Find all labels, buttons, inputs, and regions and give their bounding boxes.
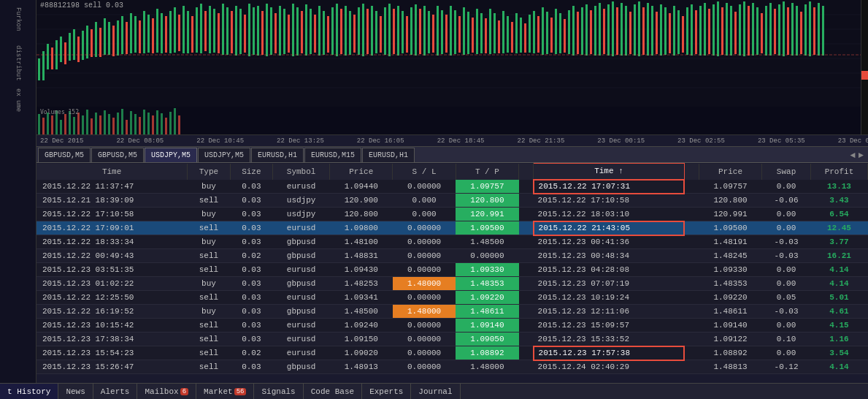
table-row[interactable]: 2015.12.23 17:38:34 sell 0.03 eurusd 1.0… <box>37 332 868 346</box>
svg-rect-136 <box>603 9 605 54</box>
svg-rect-167 <box>739 4 741 56</box>
cell-profit: 3.43 <box>810 194 867 208</box>
svg-rect-38 <box>174 7 176 53</box>
col-header-profit[interactable]: Profit <box>810 164 867 180</box>
svg-rect-182 <box>804 4 807 56</box>
col-header-size[interactable]: Size <box>230 164 272 180</box>
svg-rect-192 <box>51 115 53 134</box>
svg-rect-159 <box>704 3 706 56</box>
svg-rect-151 <box>669 13 671 53</box>
col-header-tp[interactable]: T / P <box>456 164 518 180</box>
col-header-symbol[interactable]: Symbol <box>273 164 330 180</box>
bottom-tab-news[interactable]: News <box>58 384 93 400</box>
trades-table: Time Type Size Symbol Price S / L T / P … <box>37 163 868 374</box>
cell-type: buy <box>188 235 230 249</box>
col-header-time1[interactable]: Time <box>37 164 188 180</box>
svg-rect-36 <box>165 16 167 53</box>
svg-rect-82 <box>366 9 369 54</box>
table-row[interactable]: 2015.12.23 15:54:23 sell 0.02 eurusd 1.0… <box>37 346 868 360</box>
svg-rect-67 <box>301 11 303 53</box>
bottom-tab-codebase[interactable]: Code Base <box>304 384 362 400</box>
svg-rect-127 <box>564 19 566 53</box>
cell-type: buy <box>188 208 230 221</box>
col-header-type[interactable]: Type <box>188 164 230 180</box>
tab-gbpusd-m5-2[interactable]: GBPUSD,M5 <box>91 148 144 162</box>
table-row[interactable]: 2015.12.22 17:09:01 sell 0.03 eurusd 1.0… <box>37 221 868 235</box>
cell-price: 1.48831 <box>330 249 393 263</box>
cell-tp: 1.09330 <box>456 263 518 277</box>
table-row[interactable]: 2015.12.22 17:10:58 buy 0.03 usdjpy 120.… <box>37 208 868 221</box>
cell-profit: 4.61 <box>810 305 867 319</box>
svg-rect-117 <box>520 18 522 53</box>
bottom-tab-history[interactable]: t History <box>0 384 58 400</box>
cell-sl: 1.48000 <box>393 277 456 291</box>
table-row[interactable]: 2015.12.22 00:49:43 sell 0.02 gbpusd 1.4… <box>37 249 868 263</box>
cell-time1: 2015.12.23 17:38:34 <box>37 332 188 346</box>
bottom-tab-experts[interactable]: Experts <box>362 384 411 400</box>
svg-rect-131 <box>581 7 583 55</box>
cell-spacer <box>519 319 534 332</box>
svg-rect-121 <box>537 16 539 53</box>
table-row[interactable]: 2015.12.22 16:19:52 buy 0.03 gbpusd 1.48… <box>37 305 868 319</box>
time-tick-0: 22 Dec 2015 <box>40 137 83 145</box>
cell-price2: 1.48813 <box>699 360 761 374</box>
cell-profit: 16.21 <box>810 249 867 263</box>
cell-spacer <box>519 249 534 263</box>
svg-rect-74 <box>331 7 334 55</box>
cell-price: 1.48100 <box>330 235 393 249</box>
table-row[interactable]: 2015.12.21 18:39:09 sell 0.03 usdjpy 120… <box>37 194 868 208</box>
table-row[interactable]: 2015.12.22 11:37:47 buy 0.03 eurusd 1.09… <box>37 180 868 194</box>
svg-rect-195 <box>64 114 66 134</box>
svg-rect-178 <box>787 7 789 55</box>
cell-type: sell <box>188 346 230 360</box>
col-header-time2[interactable]: Time ↑ <box>534 164 685 180</box>
cell-size: 0.03 <box>230 208 272 221</box>
cell-swap: 0.05 <box>762 291 811 305</box>
svg-rect-51 <box>231 11 233 53</box>
tab-eurusd-h1-2[interactable]: EURUSD,H1 <box>362 148 415 162</box>
svg-rect-63 <box>283 9 285 54</box>
tab-usdjpy-m5-1[interactable]: USDJPY,M5 <box>145 148 197 162</box>
table-row[interactable]: 2015.12.23 03:51:35 sell 0.03 eurusd 1.0… <box>37 263 868 277</box>
table-row[interactable]: 2015.12.22 18:33:34 buy 0.03 gbpusd 1.48… <box>37 235 868 249</box>
tab-eurusd-h1-1[interactable]: EURUSD,H1 <box>251 148 304 162</box>
col-header-price[interactable]: Price <box>330 164 393 180</box>
time-tick-10: 23 Dec 08:15 <box>838 137 868 145</box>
bottom-tab-signals[interactable]: Signals <box>254 384 303 400</box>
col-header-sl[interactable]: S / L <box>393 164 456 180</box>
main-content: #88812198 sell 0.03 <box>37 0 868 383</box>
svg-rect-37 <box>169 11 172 53</box>
svg-rect-152 <box>673 6 675 56</box>
market-badge: 56 <box>234 388 247 395</box>
table-row[interactable]: 2015.12.23 01:02:22 buy 0.03 gbpusd 1.48… <box>37 277 868 291</box>
bottom-tab-alerts[interactable]: Alerts <box>93 384 138 400</box>
cell-price: 120.800 <box>330 208 393 221</box>
bottom-tab-mailbox[interactable]: Mailbox 6 <box>137 384 196 400</box>
bottom-tab-journal[interactable]: Journal <box>411 384 460 400</box>
table-row[interactable]: 2015.12.23 10:15:42 sell 0.03 eurusd 1.0… <box>37 319 868 332</box>
bottom-tab-market[interactable]: Market 56 <box>196 384 254 400</box>
svg-rect-65 <box>292 4 294 56</box>
table-row[interactable]: 2015.12.22 12:25:50 sell 0.03 eurusd 1.0… <box>37 291 868 305</box>
tab-gbpusd-m5-1[interactable]: GBPUSD,M5 <box>38 148 91 162</box>
tab-scroll-arrows[interactable]: ◄ ► <box>849 149 868 162</box>
tab-usdjpy-m5-2[interactable]: USDJPY,M5 <box>198 148 250 162</box>
svg-rect-92 <box>410 7 412 55</box>
table-row[interactable]: 2015.12.23 15:26:47 sell 0.03 gbpusd 1.4… <box>37 360 868 374</box>
col-header-swap[interactable]: Swap <box>762 164 811 180</box>
table-header-row: Time Type Size Symbol Price S / L T / P … <box>37 164 868 180</box>
cell-size: 0.03 <box>230 221 272 235</box>
svg-rect-43 <box>196 7 198 53</box>
svg-rect-76 <box>340 9 342 54</box>
cell-spacer2 <box>684 277 699 291</box>
tab-eurusd-m15[interactable]: EURUSD,M15 <box>304 148 361 162</box>
time-tick-5: 22 Dec 18:45 <box>437 137 485 145</box>
cell-price: 1.48253 <box>330 277 393 291</box>
cell-type: sell <box>188 319 230 332</box>
cell-time2: 2015.12.23 15:33:52 <box>534 332 685 346</box>
cell-type: sell <box>188 332 230 346</box>
price-label-volume: 1088 <box>861 105 868 113</box>
cell-swap: -0.03 <box>762 235 811 249</box>
col-header-price2[interactable]: Price <box>699 164 761 180</box>
svg-rect-219 <box>169 112 172 134</box>
